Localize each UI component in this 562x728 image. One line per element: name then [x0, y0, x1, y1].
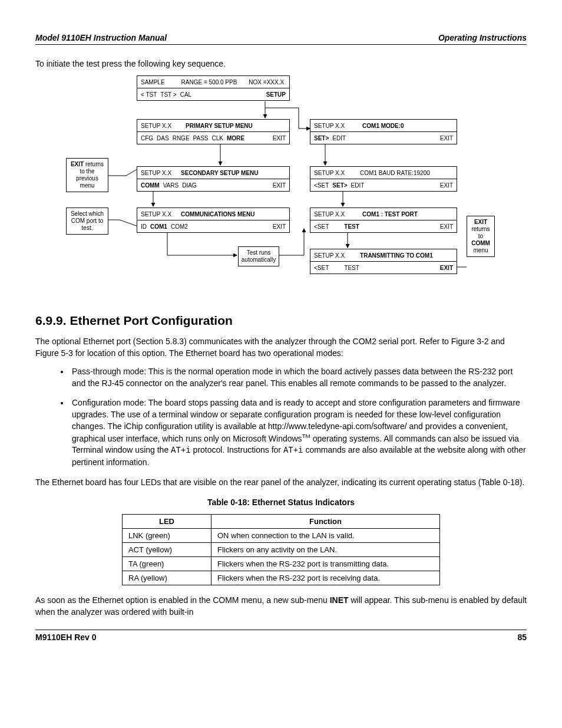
lbl: ID [141, 223, 147, 230]
lbl: SETUP [266, 91, 286, 98]
cell: Flickers when the RS-232 port is transmi… [211, 557, 440, 571]
text: As soon as the Ethernet option is enable… [35, 595, 330, 605]
paragraph-3: As soon as the Ethernet option is enable… [35, 595, 527, 618]
note-exit-comm: EXIT returns to COMM menu [467, 216, 495, 257]
cell: ACT (yellow) [123, 543, 211, 557]
menu-box-com1-mode: SETUP X.X COM1 MODE:0 SET> EDIT EXIT [310, 119, 457, 144]
lbl: PASS [193, 135, 209, 141]
lbl: EDIT [351, 182, 365, 189]
menu-box-communications: SETUP X.X COMMUNICATIONS MENU ID COM1 CO… [137, 207, 290, 233]
lbl: EXIT [273, 182, 286, 189]
lbl: PRIMARY SETUP MENU [186, 123, 253, 129]
lbl: menu [473, 247, 488, 253]
note-test-runs: Test runs automatically [238, 246, 279, 266]
lbl: TRANSMITTING TO COM1 [360, 252, 433, 259]
table-row: ACT (yellow) Flickers on any activity on… [123, 543, 440, 557]
table-row: LNK (green) ON when connection to the LA… [123, 529, 440, 543]
lbl: EXIT [440, 265, 453, 271]
lbl: CLK [212, 135, 223, 141]
menu-box-com1-baud: SETUP X.X COM1 BAUD RATE:19200 <SET SET>… [310, 166, 457, 192]
menu-box-transmitting: SETUP X.X TRANSMITTING TO COM1 <SET TEST… [310, 249, 457, 274]
lbl: EXIT [474, 219, 487, 225]
page-header: Model 9110EH Instruction Manual Operatin… [35, 33, 527, 45]
bullet-configuration: Configuration mode: The board stops pass… [70, 397, 527, 468]
lbl: EXIT [440, 135, 453, 141]
key-sequence-diagram: SAMPLE RANGE = 500.0 PPB NOX =XXX.X < TS… [66, 75, 496, 299]
bullet-list: Pass-through mode: This is the normal op… [35, 366, 527, 468]
lbl: SETUP X.X [141, 123, 171, 129]
lbl: SETUP X.X [314, 211, 345, 218]
lbl: DIAG [182, 182, 196, 189]
lbl: COM2 [171, 223, 188, 230]
table-row: RA (yellow) Flickers when the RS-232 por… [123, 571, 440, 585]
lbl: COM1 : TEST PORT [362, 211, 418, 218]
menu-box-sample: SAMPLE RANGE = 500.0 PPB NOX =XXX.X < TS… [137, 75, 290, 101]
lbl: MORE [227, 135, 244, 141]
lbl: <SET [314, 182, 329, 189]
cell: LNK (green) [123, 529, 211, 543]
lbl: CFG [141, 135, 153, 141]
lbl: COM1 BAUD RATE:19200 [360, 170, 430, 176]
code: AT+i [283, 446, 303, 455]
lbl: CAL [180, 91, 191, 98]
ethernet-status-table: LED Function LNK (green) ON when connect… [122, 514, 440, 585]
cell: Flickers when the RS-232 port is receivi… [211, 571, 440, 585]
tm-superscript: TM [302, 433, 310, 439]
footer-left: M9110EH Rev 0 [35, 633, 97, 642]
footer-page-number: 85 [517, 633, 527, 642]
lbl: TEST [344, 265, 359, 271]
lbl: COM1 MODE:0 [362, 123, 404, 129]
lbl: EXIT [273, 223, 286, 230]
note-exit-returns: EXIT returns to the previous menu [66, 158, 108, 192]
cell: TA (green) [123, 557, 211, 571]
lbl: DAS [157, 135, 169, 141]
menu-box-primary: SETUP X.X PRIMARY SETUP MENU CFG DAS RNG… [137, 119, 290, 144]
text: protocol. Instructions for [191, 445, 283, 454]
paragraph-2: The Ethernet board has four LEDs that ar… [35, 477, 527, 489]
lbl: returns [471, 226, 490, 232]
header-right: Operating Instructions [438, 33, 527, 42]
lbl: SET> [314, 135, 329, 141]
lbl: EXIT [273, 135, 286, 141]
lbl: NOX =XXX.X [249, 79, 284, 85]
lbl: COMM [471, 240, 490, 246]
lbl: SETUP X.X [314, 170, 345, 176]
page-footer: M9110EH Rev 0 85 [35, 630, 527, 642]
lbl: SECONDARY SETUP MENU [181, 170, 259, 176]
section-heading: 6.9.9. Ethernet Port Configuration [35, 314, 527, 328]
lbl: COM1 [150, 223, 167, 230]
lbl: SET> [332, 182, 347, 189]
lbl: VARS [163, 182, 179, 189]
th-function: Function [211, 515, 440, 529]
lbl: SETUP X.X [141, 170, 171, 176]
cell: ON when connection to the LAN is valid. [211, 529, 440, 543]
table-caption: Table 0-18: Ethernet Status Indicators [35, 498, 527, 507]
paragraph-1: The optional Ethernet port (Section 5.8.… [35, 336, 527, 359]
lbl: EDIT [332, 135, 346, 141]
inet-label: INET [330, 595, 349, 605]
header-left: Model 9110EH Instruction Manual [35, 33, 167, 42]
lbl: < TST [141, 91, 157, 98]
lbl: TST > [160, 91, 176, 98]
menu-box-com1-test-port: SETUP X.X COM1 : TEST PORT <SET TEST EXI… [310, 207, 457, 233]
lbl: SAMPLE [141, 79, 165, 85]
code: AT+i [171, 446, 191, 455]
lbl: COMMUNICATIONS MENU [181, 211, 254, 218]
lbl: TEST [344, 223, 359, 230]
lbl: EXIT [440, 182, 453, 189]
cell: Flickers on any activity on the LAN. [211, 543, 440, 557]
cell: RA (yellow) [123, 571, 211, 585]
intro-text: To initiate the test press the following… [35, 59, 527, 68]
lbl: to [478, 233, 483, 239]
table-row: TA (green) Flickers when the RS-232 port… [123, 557, 440, 571]
lbl: <SET [314, 223, 329, 230]
bullet-passthrough: Pass-through mode: This is the normal op… [70, 366, 527, 389]
lbl: SETUP X.X [141, 211, 171, 218]
note-select-port: Select which COM port to test. [66, 207, 108, 235]
lbl: RANGE = 500.0 PPB [181, 79, 237, 85]
lbl: SETUP X.X [314, 252, 345, 259]
lbl: RNGE [173, 135, 190, 141]
lbl: COMM [141, 182, 160, 189]
th-led: LED [123, 515, 211, 529]
lbl: <SET [314, 265, 329, 271]
